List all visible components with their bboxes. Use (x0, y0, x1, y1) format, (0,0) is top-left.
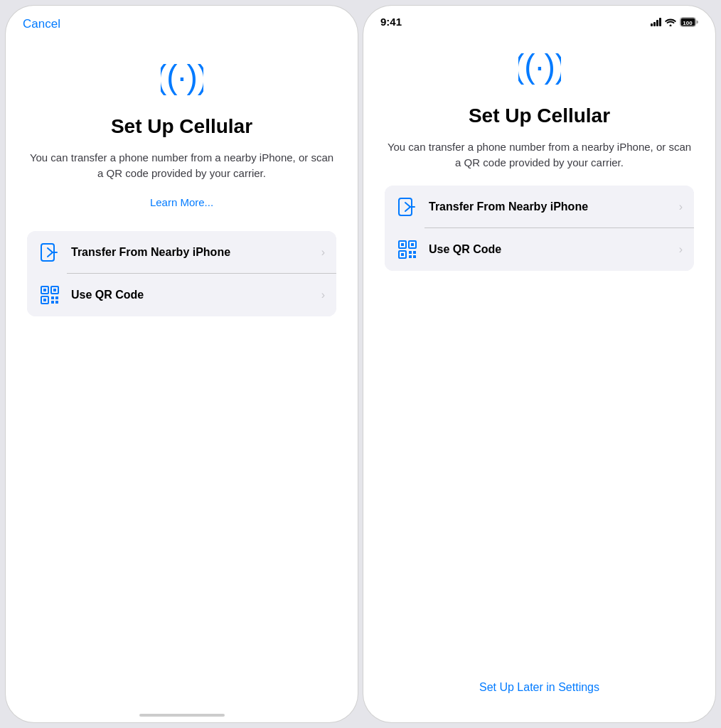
svg-text:((·)): ((·)) (518, 48, 561, 85)
right-status-bar: 9:41 100 (363, 6, 715, 33)
options-list: Transfer From Nearby iPhone › (27, 231, 336, 316)
right-transfer-label: Transfer From Nearby iPhone (429, 200, 679, 213)
left-phone-screen: Cancel ((·)) Set Up Cellular You can tra… (6, 6, 358, 722)
learn-more-link[interactable]: Learn More... (150, 196, 213, 208)
cellular-signal-icon: ((·)) (161, 58, 203, 100)
transfer-label: Transfer From Nearby iPhone (71, 246, 321, 259)
qrcode-icon (38, 284, 61, 306)
page-title: Set Up Cellular (111, 114, 252, 139)
right-phone-screen: 9:41 100 (363, 6, 715, 722)
right-options-list: Transfer From Nearby iPhone › (385, 186, 694, 271)
right-transfer-chevron-icon: › (679, 200, 683, 213)
right-cellular-signal-icon: ((·)) (518, 48, 561, 90)
svg-rect-6 (43, 289, 46, 291)
svg-line-20 (405, 203, 410, 207)
description-text: You can transfer a phone number from a n… (27, 150, 336, 182)
signal-bars-icon (651, 18, 661, 26)
left-status-bar: Cancel (6, 6, 358, 37)
qrcode-label: Use QR Code (71, 289, 321, 301)
setup-later-link[interactable]: Set Up Later in Settings (479, 681, 599, 694)
qrcode-chevron-icon: › (321, 289, 325, 301)
svg-rect-8 (53, 289, 56, 291)
battery-icon: 100 (680, 17, 698, 27)
qrcode-option[interactable]: Use QR Code › (27, 274, 336, 316)
wifi-icon (665, 18, 676, 26)
right-qrcode-option[interactable]: Use QR Code › (385, 228, 694, 271)
svg-line-3 (48, 252, 53, 257)
svg-line-21 (405, 207, 410, 211)
right-qrcode-chevron-icon: › (679, 243, 683, 256)
svg-rect-29 (409, 251, 412, 254)
right-transfer-icon (396, 196, 419, 218)
svg-rect-31 (409, 255, 412, 258)
left-main-content: ((·)) Set Up Cellular You can transfer a… (6, 37, 358, 714)
svg-rect-12 (55, 296, 58, 299)
transfer-option[interactable]: Transfer From Nearby iPhone › (27, 231, 336, 274)
svg-rect-11 (51, 296, 54, 299)
right-qrcode-label: Use QR Code (429, 243, 679, 256)
svg-rect-30 (413, 251, 416, 254)
cancel-button[interactable]: Cancel (23, 17, 60, 31)
svg-text:((·)): ((·)) (161, 58, 203, 95)
status-time: 9:41 (380, 16, 402, 28)
svg-rect-26 (411, 243, 414, 246)
svg-rect-24 (401, 243, 404, 246)
svg-rect-28 (401, 253, 404, 256)
status-icons: 100 (651, 17, 698, 27)
svg-rect-10 (43, 299, 46, 301)
home-indicator (139, 714, 225, 717)
transfer-chevron-icon: › (321, 246, 325, 259)
right-main-content: ((·)) Set Up Cellular You can transfer a… (363, 33, 715, 722)
svg-rect-14 (55, 301, 58, 304)
right-qrcode-icon (396, 238, 419, 261)
svg-text:100: 100 (683, 20, 693, 26)
svg-rect-32 (413, 255, 416, 258)
right-description-text: You can transfer a phone number from a n… (385, 139, 694, 171)
right-page-title: Set Up Cellular (469, 104, 610, 128)
svg-rect-13 (51, 301, 54, 304)
transfer-icon (38, 241, 61, 264)
svg-line-2 (48, 248, 53, 252)
right-transfer-option[interactable]: Transfer From Nearby iPhone › (385, 186, 694, 228)
